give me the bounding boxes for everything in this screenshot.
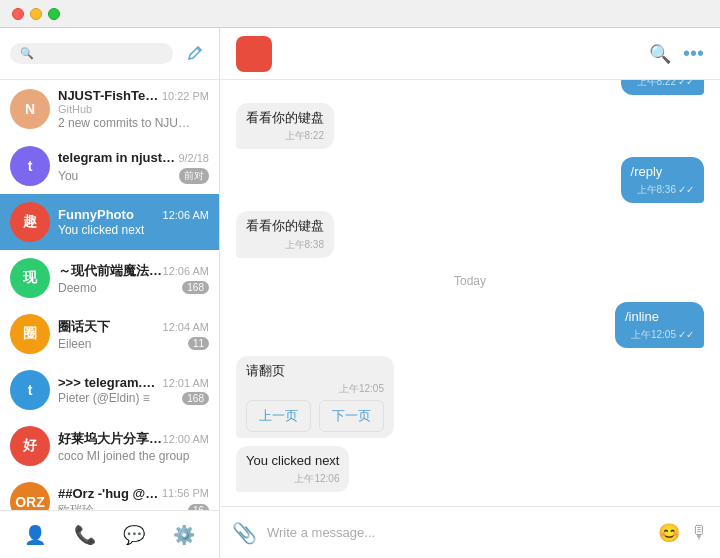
message-row: 看看你的键盘上午8:38: [236, 211, 704, 257]
chat-preview: 2 new commits to NJUST_...: [58, 116, 198, 130]
mic-icon[interactable]: 🎙: [690, 522, 708, 543]
chat-name: telegram in njust, 不...: [58, 149, 178, 167]
read-receipt: ✓✓: [678, 183, 694, 197]
chat-item-njust[interactable]: NNJUST-FishTeam10:22 PMGitHub2 new commi…: [0, 80, 219, 138]
message-text: /reply: [631, 163, 694, 181]
compose-button[interactable]: [181, 40, 209, 68]
message-input[interactable]: [267, 517, 648, 549]
message-row: /inline上午12:05 ✓✓: [236, 302, 704, 348]
chat-preview: 欧瑞珍: [58, 502, 94, 511]
chat-header-actions: 🔍 •••: [649, 42, 704, 65]
message-bubble: /reply上午8:22 ✓✓: [621, 80, 704, 95]
chat-subname: GitHub: [58, 103, 209, 115]
message-text: /inline: [625, 308, 694, 326]
sidebar: 🔍 NNJUST-FishTeam10:22 PMGitHub2 new com…: [0, 28, 220, 558]
chat-name: ##Orz -'hug @Maek...: [58, 486, 162, 501]
date-divider: Today: [236, 274, 704, 288]
chat-preview: Pieter (@Eldin) ≡: [58, 391, 150, 405]
chat-name: >>> telegram.Bot(): [58, 375, 163, 390]
chat-item-telegrambot[interactable]: t>>> telegram.Bot()12:01 AMPieter (@Eldi…: [0, 362, 219, 418]
chat-time: 12:01 AM: [163, 377, 209, 389]
message-text: You clicked next: [246, 452, 339, 470]
chat-item-funnyphoto[interactable]: 趣FunnyPhoto12:06 AMYou clicked next: [0, 194, 219, 250]
title-bar: [0, 0, 720, 28]
avatar: 好: [10, 426, 50, 466]
message-time: 上午12:05: [339, 382, 384, 396]
read-receipt: ✓✓: [678, 328, 694, 342]
avatar: 圈: [10, 314, 50, 354]
chat-header-avatar: [236, 36, 272, 72]
message-text: 请翻页: [246, 362, 384, 380]
traffic-lights: [12, 8, 60, 20]
message-bubble: 看看你的键盘上午8:22: [236, 103, 334, 149]
avatar: t: [10, 146, 50, 186]
contacts-icon[interactable]: 👤: [19, 519, 51, 551]
chats-icon[interactable]: 💬: [118, 519, 150, 551]
unread-badge: 前对: [179, 168, 209, 184]
chat-name: 圈话天下: [58, 318, 110, 336]
message-row: /reply上午8:22 ✓✓: [236, 80, 704, 95]
calls-icon[interactable]: 📞: [69, 519, 101, 551]
search-icon: 🔍: [20, 47, 34, 60]
chat-preview: You clicked next: [58, 223, 144, 237]
avatar: ORZ: [10, 482, 50, 510]
messages-area: /echo hello aiotg下午7:45 ✓✓song yang/echo…: [220, 80, 720, 506]
unread-badge: 168: [182, 392, 209, 405]
sidebar-footer: 👤 📞 💬 ⚙️: [0, 510, 219, 558]
message-row: /reply上午8:36 ✓✓: [236, 157, 704, 203]
inline-button[interactable]: 下一页: [319, 400, 384, 432]
chat-time: 10:22 PM: [162, 90, 209, 102]
chat-time: 12:00 AM: [163, 433, 209, 445]
read-receipt: ✓✓: [678, 80, 694, 89]
chat-time: 12:06 AM: [163, 265, 209, 277]
chat-name: ～现代前端魔法部～: [58, 262, 163, 280]
unread-badge: 168: [182, 281, 209, 294]
attach-icon[interactable]: 📎: [232, 521, 257, 545]
message-bubble: You clicked next上午12:06: [236, 446, 349, 492]
message-time: 上午8:22: [285, 129, 324, 143]
avatar: 趣: [10, 202, 50, 242]
chat-item-orz[interactable]: ORZ##Orz -'hug @Maek...11:56 PM欧瑞珍16: [0, 474, 219, 510]
unread-badge: 11: [188, 337, 209, 350]
more-options-icon[interactable]: •••: [683, 42, 704, 65]
emoji-icon[interactable]: 😊: [658, 522, 680, 544]
inline-button[interactable]: 上一页: [246, 400, 311, 432]
message-text: 看看你的键盘: [246, 217, 324, 235]
chat-panel: 🔍 ••• /echo hello aiotg下午7:45 ✓✓song yan…: [220, 28, 720, 558]
search-box[interactable]: 🔍: [10, 43, 173, 64]
message-time: 上午12:05: [631, 328, 676, 342]
message-bubble: 请翻页上午12:05上一页下一页: [236, 356, 394, 438]
chat-preview: coco MI joined the group: [58, 449, 189, 463]
chat-item-telegram-njust[interactable]: ttelegram in njust, 不...9/2/18You前对: [0, 138, 219, 194]
message-time: 上午8:36: [637, 183, 676, 197]
settings-icon[interactable]: ⚙️: [168, 519, 200, 551]
chat-name: NJUST-FishTeam: [58, 88, 162, 103]
chat-list: NNJUST-FishTeam10:22 PMGitHub2 new commi…: [0, 80, 219, 510]
chat-time: 12:06 AM: [163, 209, 209, 221]
chat-preview: Deemo: [58, 281, 97, 295]
message-time: 上午8:22: [637, 80, 676, 89]
chat-item-movie[interactable]: 好好莱坞大片分享交流12:00 AMcoco MI joined the gro…: [0, 418, 219, 474]
message-row: 看看你的键盘上午8:22: [236, 103, 704, 149]
unread-badge: 16: [188, 504, 209, 511]
message-time: 上午12:06: [294, 472, 339, 486]
chat-name: 好莱坞大片分享交流: [58, 430, 163, 448]
close-button[interactable]: [12, 8, 24, 20]
inline-buttons: 上一页下一页: [246, 400, 384, 432]
message-bubble: 看看你的键盘上午8:38: [236, 211, 334, 257]
chat-item-xiandai[interactable]: 现～现代前端魔法部～12:06 AMDeemo168: [0, 250, 219, 306]
message-row: 请翻页上午12:05上一页下一页: [236, 356, 704, 438]
chat-time: 12:04 AM: [163, 321, 209, 333]
chat-preview: You: [58, 169, 78, 183]
app-body: 🔍 NNJUST-FishTeam10:22 PMGitHub2 new com…: [0, 28, 720, 558]
minimize-button[interactable]: [30, 8, 42, 20]
search-chat-icon[interactable]: 🔍: [649, 43, 671, 65]
input-area: 📎 😊 🎙: [220, 506, 720, 558]
chat-header: 🔍 •••: [220, 28, 720, 80]
fullscreen-button[interactable]: [48, 8, 60, 20]
sidebar-header: 🔍: [0, 28, 219, 80]
chat-item-guanhua[interactable]: 圈圈话天下12:04 AMEileen11: [0, 306, 219, 362]
chat-preview: Eileen: [58, 337, 91, 351]
avatar: t: [10, 370, 50, 410]
avatar: 现: [10, 258, 50, 298]
